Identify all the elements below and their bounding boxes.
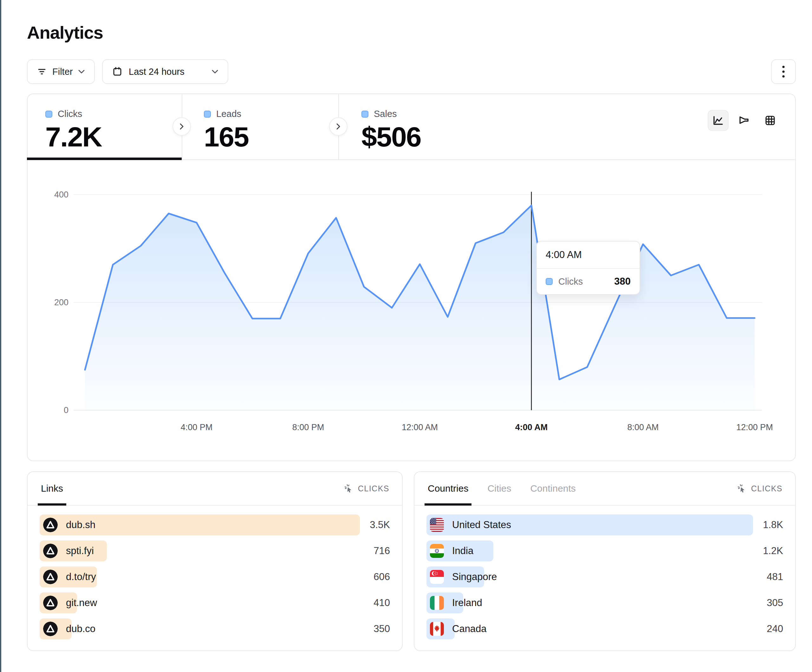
- country-label: United States: [452, 519, 511, 530]
- filter-button-label: Filter: [52, 67, 73, 77]
- filter-button[interactable]: Filter: [27, 59, 95, 84]
- country-bar-track: United States: [426, 515, 753, 536]
- date-range-label: Last 24 hours: [129, 67, 184, 77]
- country-row[interactable]: India1.2K: [426, 541, 783, 561]
- link-bar-track: git.new: [39, 592, 360, 613]
- tab-clicks[interactable]: Clicks 7.2K: [27, 94, 182, 159]
- dub-logo-avatar: [43, 570, 58, 584]
- analytics-chart-card: Clicks 7.2K Leads 165 Sales $506: [27, 94, 796, 461]
- chevron-right-icon: [179, 123, 184, 130]
- more-options-button[interactable]: [771, 59, 796, 84]
- link-row[interactable]: d.to/try606: [39, 566, 390, 587]
- chart-type-switcher: [708, 110, 781, 131]
- dub-logo-avatar: [43, 518, 58, 532]
- clicks-area-chart[interactable]: 02004004:00 PM8:00 PM12:00 AM4:00 AM8:00…: [27, 160, 795, 461]
- page-title: Analytics: [27, 22, 103, 43]
- links-metric-selector[interactable]: CLICKS: [344, 472, 389, 505]
- link-label: spti.fyi: [66, 545, 94, 557]
- svg-text:400: 400: [54, 190, 68, 200]
- country-label: Canada: [452, 623, 487, 634]
- link-row[interactable]: dub.co350: [39, 618, 390, 640]
- kebab-menu-icon: [781, 65, 785, 78]
- countries-metric-label: CLICKS: [751, 484, 783, 493]
- svg-text:0: 0: [64, 406, 68, 415]
- cursor-click-icon: [344, 484, 353, 493]
- country-value: 1.8K: [753, 519, 783, 530]
- chevron-down-icon: [78, 70, 85, 73]
- analytics-page: Analytics Filter Last 24 hours: [0, 0, 812, 672]
- clicks-tab-value: 7.2K: [45, 123, 182, 151]
- country-bar-track: Singapore: [426, 566, 753, 587]
- continents-tab-label: Continents: [530, 483, 575, 494]
- funnel-chart-icon: [738, 114, 750, 126]
- sales-tab-label: Sales: [374, 109, 397, 119]
- tab-cities[interactable]: Cities: [487, 472, 512, 505]
- chevron-down-icon: [212, 70, 218, 73]
- link-bar-track: spti.fyi: [39, 541, 360, 561]
- tooltip-time: 4:00 AM: [537, 242, 640, 269]
- chart-tooltip: 4:00 AM Clicks 380: [536, 241, 640, 295]
- link-value: 3.5K: [360, 519, 390, 530]
- sales-legend-swatch: [362, 111, 368, 118]
- cursor-click-icon: [737, 484, 747, 493]
- links-rows: dub.sh3.5Kspti.fyi716d.to/try606git.new4…: [27, 506, 402, 640]
- link-row[interactable]: git.new410: [39, 592, 390, 613]
- filter-lines-icon: [37, 67, 47, 77]
- tab-links[interactable]: Links: [40, 472, 64, 505]
- tab-leads[interactable]: Leads 165: [182, 94, 338, 159]
- funnel-chart-view-button[interactable]: [734, 110, 755, 131]
- link-value: 350: [360, 623, 390, 634]
- link-row[interactable]: dub.sh3.5K: [39, 515, 390, 536]
- ca-flag-icon: [430, 622, 444, 636]
- link-value: 716: [360, 545, 390, 557]
- stats-tabs: Clicks 7.2K Leads 165 Sales $506: [27, 94, 795, 160]
- country-row[interactable]: Canada240: [426, 618, 783, 640]
- link-label: d.to/try: [66, 571, 96, 583]
- country-row[interactable]: United States1.8K: [426, 515, 783, 536]
- expand-leads-button[interactable]: [329, 117, 348, 136]
- link-label: dub.sh: [66, 519, 96, 530]
- svg-text:12:00 PM: 12:00 PM: [736, 423, 773, 432]
- in-flag-icon: [430, 544, 444, 558]
- tab-countries[interactable]: Countries: [427, 472, 469, 505]
- svg-text:8:00 AM: 8:00 AM: [627, 423, 658, 432]
- link-row[interactable]: spti.fyi716: [39, 541, 390, 561]
- tooltip-metric-value: 380: [614, 276, 631, 287]
- country-bar-track: Canada: [426, 618, 753, 640]
- expand-clicks-button[interactable]: [172, 117, 191, 136]
- country-bar-track: Ireland: [426, 592, 753, 613]
- country-value: 481: [753, 571, 783, 583]
- countries-tab-label: Countries: [428, 483, 468, 494]
- clicks-tab-label: Clicks: [58, 109, 82, 119]
- line-chart-view-button[interactable]: [708, 110, 728, 131]
- link-bar-track: dub.sh: [39, 515, 360, 536]
- link-bar-track: d.to/try: [39, 566, 360, 587]
- us-flag-icon: [430, 518, 444, 532]
- country-row[interactable]: Ireland305: [426, 592, 783, 613]
- active-tab-underline: [27, 157, 182, 160]
- chevron-right-icon: [336, 123, 341, 130]
- leads-tab-value: 165: [204, 123, 338, 151]
- tab-sales[interactable]: Sales $506: [338, 94, 480, 159]
- country-row[interactable]: Singapore481: [426, 566, 783, 587]
- link-value: 606: [360, 571, 390, 583]
- link-label: dub.co: [66, 623, 96, 634]
- country-value: 240: [753, 623, 783, 634]
- table-view-button[interactable]: [760, 110, 781, 131]
- tab-continents[interactable]: Continents: [529, 472, 576, 505]
- tooltip-metric-label: Clicks: [558, 276, 583, 287]
- dub-logo-avatar: [43, 544, 58, 558]
- sales-tab-value: $506: [362, 123, 480, 151]
- dub-logo-avatar: [43, 622, 58, 636]
- table-grid-icon: [764, 114, 776, 126]
- date-range-button[interactable]: Last 24 hours: [102, 59, 228, 84]
- country-label: India: [452, 545, 473, 557]
- calendar-icon: [112, 67, 123, 77]
- countries-metric-selector[interactable]: CLICKS: [737, 472, 783, 505]
- country-value: 305: [753, 597, 783, 609]
- cities-tab-label: Cities: [487, 483, 511, 494]
- line-chart-icon: [712, 114, 724, 126]
- svg-text:4:00 PM: 4:00 PM: [181, 423, 213, 432]
- country-label: Singapore: [452, 571, 497, 583]
- links-metric-label: CLICKS: [358, 484, 389, 493]
